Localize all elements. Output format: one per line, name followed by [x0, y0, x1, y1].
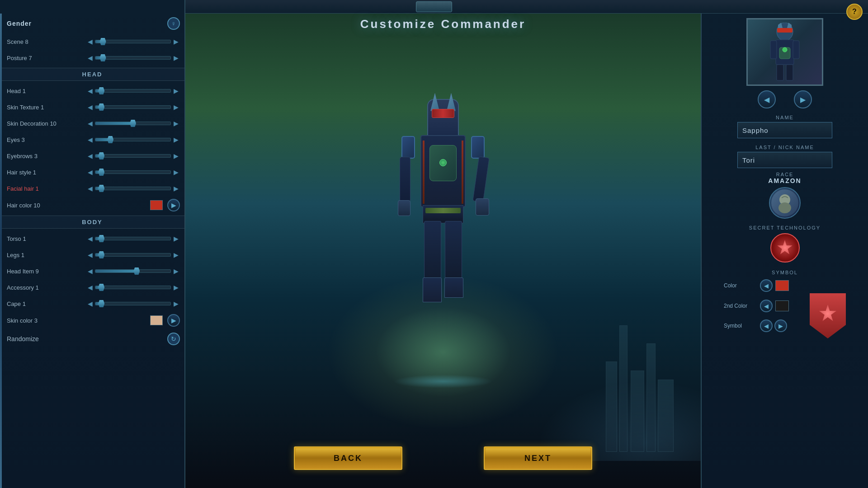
posture-track[interactable] — [95, 56, 171, 60]
skin-decoration-track[interactable] — [95, 122, 171, 125]
skin-texture-track[interactable] — [95, 105, 171, 109]
second-color-prev-button[interactable]: ◀ — [760, 300, 773, 312]
posture-control: ◀ ▶ — [86, 54, 180, 62]
torso-prev[interactable]: ◀ — [86, 235, 94, 243]
name-input[interactable] — [737, 122, 832, 138]
skin-decoration-next[interactable]: ▶ — [172, 119, 180, 127]
head-item-track[interactable] — [95, 269, 171, 273]
gender-icon[interactable]: ♀ — [167, 17, 180, 30]
gender-symbol: ♀ — [171, 20, 176, 27]
head-track[interactable] — [95, 89, 171, 93]
primary-color-swatch[interactable] — [775, 280, 789, 291]
char-boot-right — [444, 277, 463, 298]
secret-tech-star — [777, 240, 793, 256]
help-button[interactable]: ? — [846, 4, 863, 20]
posture-next[interactable]: ▶ — [172, 54, 180, 62]
torso-next[interactable]: ▶ — [172, 235, 180, 243]
eyebrows-prev[interactable]: ◀ — [86, 152, 94, 160]
eyebrows-control: ◀ ▶ — [86, 152, 180, 160]
accessory-slider-row: Accessory 1 ◀ ▶ — [0, 279, 184, 296]
cape-thumb[interactable] — [98, 300, 104, 307]
legs-track[interactable] — [95, 253, 171, 257]
skin-texture-control: ◀ ▶ — [86, 103, 180, 111]
name-section-label: NAME — [776, 115, 794, 120]
torso-thumb[interactable] — [98, 235, 104, 242]
facial-hair-slider-row: Facial hair 1 ◀ ▶ — [0, 180, 184, 197]
accessory-next[interactable]: ▶ — [172, 283, 180, 291]
last-nick-input[interactable] — [737, 152, 832, 168]
facial-hair-next[interactable]: ▶ — [172, 184, 180, 192]
posture-prev[interactable]: ◀ — [86, 54, 94, 62]
hairstyle-thumb[interactable] — [98, 169, 104, 176]
preview-prev-button[interactable]: ◀ — [758, 90, 776, 108]
posture-thumb[interactable] — [100, 54, 106, 61]
head-thumb[interactable] — [98, 87, 104, 94]
back-button[interactable]: BACK — [294, 446, 402, 470]
scene-prev[interactable]: ◀ — [86, 38, 94, 46]
scene-thumb[interactable] — [100, 38, 106, 45]
hairstyle-next[interactable]: ▶ — [172, 168, 180, 176]
secret-tech-label: SECRET TECHNOLOGY — [749, 225, 821, 230]
accessory-prev[interactable]: ◀ — [86, 283, 94, 291]
eyes-track[interactable] — [95, 138, 171, 141]
svg-rect-8 — [777, 28, 793, 33]
skin-decoration-slider-row: Skin Decoration 10 ◀ ▶ — [0, 115, 184, 131]
skin-texture-prev[interactable]: ◀ — [86, 103, 94, 111]
hairstyle-prev[interactable]: ◀ — [86, 168, 94, 176]
eyes-thumb[interactable] — [107, 136, 113, 143]
second-color-control-row: 2nd Color ◀ — [717, 298, 810, 314]
cape-prev[interactable]: ◀ — [86, 300, 94, 308]
char-armor-detail — [429, 145, 457, 181]
secret-tech-icon[interactable] — [770, 233, 800, 263]
preview-next-button[interactable]: ▶ — [794, 90, 812, 108]
next-button[interactable]: NEXT — [484, 446, 592, 470]
cape-next[interactable]: ▶ — [172, 300, 180, 308]
second-color-swatch[interactable] — [775, 300, 789, 311]
legs-next[interactable]: ▶ — [172, 251, 180, 259]
hair-color-swatch[interactable] — [150, 200, 163, 210]
skin-decoration-fill — [95, 122, 133, 125]
scene-next[interactable]: ▶ — [172, 38, 180, 46]
legs-prev[interactable]: ◀ — [86, 251, 94, 259]
skin-texture-thumb[interactable] — [98, 103, 104, 111]
race-portrait[interactable] — [769, 187, 801, 219]
scene-track[interactable] — [95, 40, 171, 43]
skin-decoration-prev[interactable]: ◀ — [86, 119, 94, 127]
skin-decoration-thumb[interactable] — [130, 120, 136, 127]
accessory-track[interactable] — [95, 286, 171, 289]
head-item-prev[interactable]: ◀ — [86, 267, 94, 275]
facial-hair-thumb[interactable] — [98, 185, 104, 192]
legs-thumb[interactable] — [98, 251, 104, 258]
facial-hair-prev[interactable]: ◀ — [86, 184, 94, 192]
legs-control: ◀ ▶ — [86, 251, 180, 259]
title-area: Customize Commander — [360, 0, 526, 31]
head-item-next[interactable]: ▶ — [172, 267, 180, 275]
hair-color-next[interactable]: ▶ — [167, 199, 180, 211]
head-item-thumb[interactable] — [133, 267, 140, 275]
second-color-row-label: 2nd Color — [724, 303, 760, 309]
eyes-prev[interactable]: ◀ — [86, 136, 94, 144]
head-item-label: Head Item 9 — [7, 268, 86, 275]
symbol-prev-button[interactable]: ◀ — [760, 319, 773, 332]
gender-label: Gender — [7, 20, 167, 27]
eyebrows-track[interactable] — [95, 154, 171, 158]
eyes-next[interactable]: ▶ — [172, 136, 180, 144]
hairstyle-track[interactable] — [95, 170, 171, 174]
skin-color-next[interactable]: ▶ — [167, 314, 180, 327]
skin-texture-next[interactable]: ▶ — [172, 103, 180, 111]
accessory-thumb[interactable] — [98, 284, 104, 291]
eyebrows-thumb[interactable] — [98, 152, 104, 160]
head-prev[interactable]: ◀ — [86, 87, 94, 95]
body-section-header: BODY — [0, 216, 184, 229]
torso-track[interactable] — [95, 237, 171, 240]
character-viewport — [185, 31, 701, 446]
symbol-shield — [810, 293, 846, 338]
color-prev-button[interactable]: ◀ — [760, 279, 773, 292]
eyebrows-next[interactable]: ▶ — [172, 152, 180, 160]
skin-color-swatch[interactable] — [150, 315, 163, 325]
cape-track[interactable] — [95, 302, 171, 305]
head-next[interactable]: ▶ — [172, 87, 180, 95]
facial-hair-track[interactable] — [95, 187, 171, 190]
randomize-button[interactable]: ↻ — [167, 333, 180, 345]
symbol-next-button[interactable]: ▶ — [774, 319, 787, 332]
